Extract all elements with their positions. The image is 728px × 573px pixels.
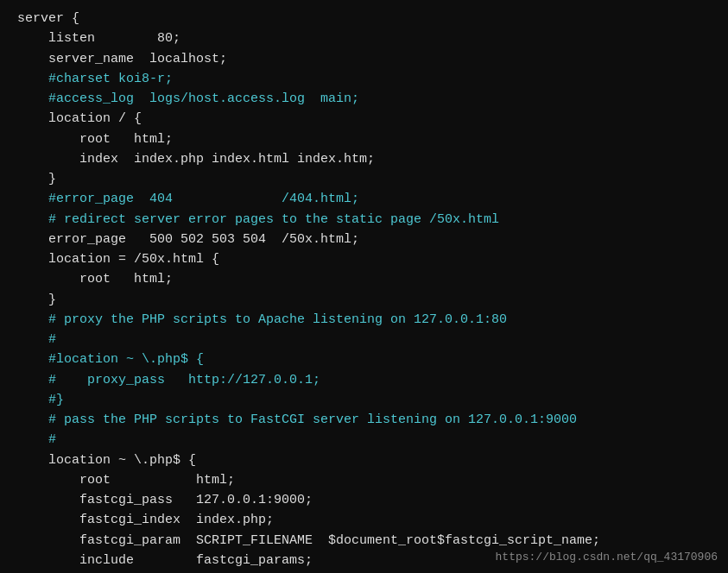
code-segment: location ~ \.php$ { bbox=[17, 453, 196, 468]
code-line: root html; bbox=[17, 470, 711, 490]
code-line: } bbox=[17, 290, 711, 310]
code-line: location ~ \.php$ { bbox=[17, 450, 711, 470]
code-line: # pass the PHP scripts to FastCGI server… bbox=[17, 410, 711, 430]
code-line: # bbox=[17, 330, 711, 349]
code-segment: #error_page 404 /404.html; bbox=[17, 192, 359, 206]
code-segment: # bbox=[17, 332, 56, 347]
code-container: server { listen 80; server_name localhos… bbox=[0, 0, 728, 573]
code-segment: include fastcgi_params; bbox=[17, 553, 313, 568]
code-segment: # proxy_pass http://127.0.0.1; bbox=[17, 373, 320, 387]
code-segment: server { bbox=[17, 11, 79, 26]
code-block: server { listen 80; server_name localhos… bbox=[17, 9, 711, 573]
code-line: fastcgi_index index.php; bbox=[17, 510, 711, 530]
code-segment: location / { bbox=[17, 111, 142, 126]
code-line: root html; bbox=[17, 129, 711, 149]
code-line: server_name localhost; bbox=[17, 49, 711, 69]
code-segment: fastcgi_param SCRIPT_FILENAME $document_… bbox=[17, 533, 600, 548]
code-segment: #location ~ \.php$ { bbox=[17, 352, 204, 367]
code-line: # redirect server error pages to the sta… bbox=[17, 210, 711, 230]
code-line: server { bbox=[17, 9, 711, 28]
code-segment: # bbox=[17, 432, 56, 447]
code-line: location = /50x.html { bbox=[17, 249, 711, 269]
code-line: # bbox=[17, 430, 711, 450]
code-segment: # redirect server error pages to the sta… bbox=[17, 212, 499, 227]
code-line: fastcgi_pass 127.0.0.1:9000; bbox=[17, 490, 711, 510]
code-line: #error_page 404 /404.html; bbox=[17, 189, 711, 209]
code-segment: server_name localhost; bbox=[17, 52, 227, 66]
code-line: } bbox=[17, 169, 711, 189]
code-segment: root html; bbox=[17, 132, 173, 147]
code-segment: #} bbox=[17, 393, 64, 407]
code-line: #location ~ \.php$ { bbox=[17, 349, 711, 369]
code-segment: location = /50x.html { bbox=[17, 252, 219, 267]
code-line: location / { bbox=[17, 109, 711, 129]
code-line: #} bbox=[17, 390, 711, 410]
code-line: root html; bbox=[17, 269, 711, 289]
code-line: #access_log logs/host.access.log main; bbox=[17, 89, 711, 109]
code-segment: error_page 500 502 503 504 /50x.html; bbox=[17, 232, 359, 247]
code-segment: fastcgi_index index.php; bbox=[17, 513, 274, 527]
code-segment: #charset koi8-r; bbox=[17, 72, 173, 86]
code-line: fastcgi_param SCRIPT_FILENAME $document_… bbox=[17, 531, 711, 551]
watermark: https://blog.csdn.net/qq_43170906 bbox=[496, 549, 718, 566]
code-segment: root html; bbox=[17, 473, 235, 488]
code-segment: # proxy the PHP scripts to Apache listen… bbox=[17, 312, 507, 327]
code-line: # proxy_pass http://127.0.0.1; bbox=[17, 370, 711, 390]
code-segment: } bbox=[17, 293, 56, 307]
code-segment: index index.php index.html index.htm; bbox=[17, 152, 375, 167]
code-segment: } bbox=[17, 172, 56, 186]
code-segment: listen 80; bbox=[17, 31, 180, 46]
code-line: index index.php index.html index.htm; bbox=[17, 149, 711, 169]
code-segment: # pass the PHP scripts to FastCGI server… bbox=[17, 412, 577, 427]
code-segment: root html; bbox=[17, 272, 173, 286]
code-line: #charset koi8-r; bbox=[17, 69, 711, 89]
code-line: error_page 500 502 503 504 /50x.html; bbox=[17, 230, 711, 249]
code-segment: fastcgi_pass 127.0.0.1:9000; bbox=[17, 493, 313, 507]
code-line: # proxy the PHP scripts to Apache listen… bbox=[17, 310, 711, 330]
code-segment: #access_log logs/host.access.log main; bbox=[17, 91, 359, 106]
code-line: listen 80; bbox=[17, 28, 711, 48]
